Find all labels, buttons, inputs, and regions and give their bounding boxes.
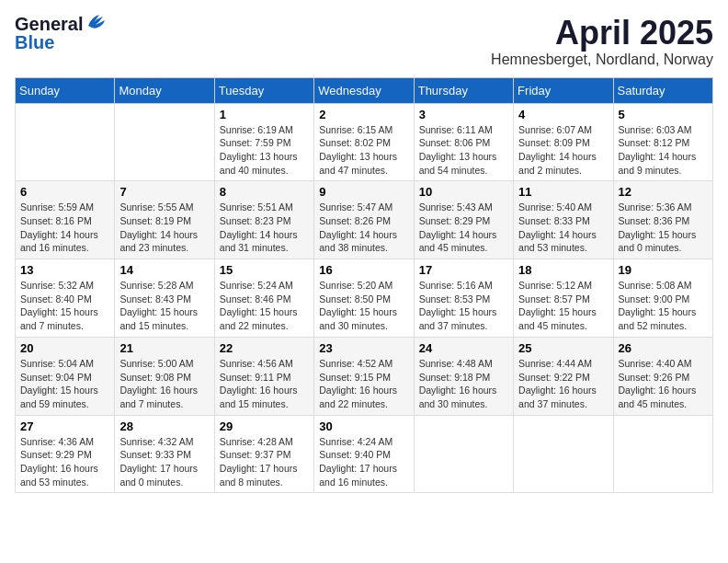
day-number: 5 (619, 108, 708, 121)
calendar-cell (514, 415, 613, 493)
month-title: April 2025 (491, 15, 713, 52)
calendar-cell: 18Sunrise: 5:12 AMSunset: 8:57 PMDayligh… (514, 259, 613, 338)
day-info: Sunrise: 4:24 AMSunset: 9:40 PMDaylight:… (319, 435, 408, 489)
day-number: 29 (220, 419, 309, 433)
day-number: 15 (220, 263, 309, 277)
day-number: 10 (419, 185, 508, 199)
day-info: Sunrise: 5:00 AMSunset: 9:08 PMDaylight:… (119, 357, 209, 411)
page-header: General Blue April 2025 Hemnesberget, No… (15, 15, 713, 68)
day-number: 11 (518, 185, 608, 199)
calendar-cell: 20Sunrise: 5:04 AMSunset: 9:04 PMDayligh… (16, 337, 115, 415)
calendar-cell: 27Sunrise: 4:36 AMSunset: 9:29 PMDayligh… (16, 415, 115, 493)
day-number: 26 (619, 341, 708, 355)
location-title: Hemnesberget, Nordland, Norway (491, 52, 713, 68)
day-number: 18 (518, 263, 608, 277)
day-info: Sunrise: 5:36 AMSunset: 8:36 PMDaylight:… (619, 201, 708, 255)
calendar-cell: 2Sunrise: 6:15 AMSunset: 8:02 PMDaylight… (314, 103, 414, 181)
title-section: April 2025 Hemnesberget, Nordland, Norwa… (491, 15, 713, 68)
weekday-header-saturday: Saturday (613, 77, 712, 103)
calendar-cell: 29Sunrise: 4:28 AMSunset: 9:37 PMDayligh… (214, 415, 313, 493)
calendar-cell: 23Sunrise: 4:52 AMSunset: 9:15 PMDayligh… (314, 337, 414, 415)
day-info: Sunrise: 4:52 AMSunset: 9:15 PMDaylight:… (319, 357, 408, 411)
day-number: 21 (119, 341, 209, 355)
weekday-header-sunday: Sunday (16, 77, 115, 103)
logo: General Blue (15, 15, 116, 55)
calendar-cell: 4Sunrise: 6:07 AMSunset: 8:09 PMDaylight… (514, 103, 613, 181)
calendar-cell: 17Sunrise: 5:16 AMSunset: 8:53 PMDayligh… (414, 259, 513, 338)
weekday-header-row: SundayMondayTuesdayWednesdayThursdayFrid… (16, 77, 713, 103)
day-info: Sunrise: 4:44 AMSunset: 9:22 PMDaylight:… (518, 357, 608, 411)
weekday-header-monday: Monday (115, 77, 214, 103)
calendar-week-row: 1Sunrise: 6:19 AMSunset: 7:59 PMDaylight… (16, 103, 713, 181)
calendar-week-row: 20Sunrise: 5:04 AMSunset: 9:04 PMDayligh… (16, 337, 713, 415)
day-number: 3 (419, 108, 508, 121)
day-number: 9 (319, 185, 408, 199)
day-info: Sunrise: 5:20 AMSunset: 8:50 PMDaylight:… (319, 279, 408, 333)
calendar-cell: 16Sunrise: 5:20 AMSunset: 8:50 PMDayligh… (314, 259, 414, 338)
calendar-cell: 14Sunrise: 5:28 AMSunset: 8:43 PMDayligh… (115, 259, 214, 338)
calendar-cell: 13Sunrise: 5:32 AMSunset: 8:40 PMDayligh… (16, 259, 115, 338)
day-number: 7 (119, 185, 209, 199)
day-number: 1 (220, 108, 309, 121)
day-number: 17 (419, 263, 508, 277)
day-info: Sunrise: 4:40 AMSunset: 9:26 PMDaylight:… (619, 357, 708, 411)
day-number: 8 (220, 185, 309, 199)
calendar-cell: 12Sunrise: 5:36 AMSunset: 8:36 PMDayligh… (613, 181, 712, 259)
calendar-cell: 3Sunrise: 6:11 AMSunset: 8:06 PMDaylight… (414, 103, 513, 181)
calendar-cell: 25Sunrise: 4:44 AMSunset: 9:22 PMDayligh… (514, 337, 613, 415)
calendar-cell: 8Sunrise: 5:51 AMSunset: 8:23 PMDaylight… (214, 181, 313, 259)
calendar-cell (414, 415, 513, 493)
day-info: Sunrise: 5:16 AMSunset: 8:53 PMDaylight:… (419, 279, 508, 333)
day-number: 14 (119, 263, 209, 277)
day-number: 22 (220, 341, 309, 355)
day-number: 24 (419, 341, 508, 355)
calendar-cell: 1Sunrise: 6:19 AMSunset: 7:59 PMDaylight… (214, 103, 313, 181)
day-number: 4 (518, 108, 608, 121)
day-info: Sunrise: 5:08 AMSunset: 9:00 PMDaylight:… (619, 279, 708, 333)
calendar-cell: 22Sunrise: 4:56 AMSunset: 9:11 PMDayligh… (214, 337, 313, 415)
calendar-cell (16, 103, 115, 181)
day-info: Sunrise: 6:11 AMSunset: 8:06 PMDaylight:… (419, 123, 508, 178)
day-info: Sunrise: 6:03 AMSunset: 8:12 PMDaylight:… (619, 123, 708, 178)
day-number: 27 (20, 419, 109, 433)
day-info: Sunrise: 5:24 AMSunset: 8:46 PMDaylight:… (220, 279, 309, 333)
day-info: Sunrise: 6:19 AMSunset: 7:59 PMDaylight:… (220, 123, 309, 178)
day-info: Sunrise: 5:51 AMSunset: 8:23 PMDaylight:… (220, 201, 309, 255)
calendar-week-row: 27Sunrise: 4:36 AMSunset: 9:29 PMDayligh… (16, 415, 713, 493)
calendar-cell: 30Sunrise: 4:24 AMSunset: 9:40 PMDayligh… (314, 415, 414, 493)
day-info: Sunrise: 5:47 AMSunset: 8:26 PMDaylight:… (319, 201, 408, 255)
logo-general-text: General (15, 15, 83, 33)
day-number: 25 (518, 341, 608, 355)
day-info: Sunrise: 4:36 AMSunset: 9:29 PMDaylight:… (20, 435, 109, 489)
calendar-table: SundayMondayTuesdayWednesdayThursdayFrid… (15, 77, 713, 494)
calendar-cell: 19Sunrise: 5:08 AMSunset: 9:00 PMDayligh… (613, 259, 712, 338)
weekday-header-friday: Friday (514, 77, 613, 103)
day-number: 20 (20, 341, 109, 355)
calendar-cell (613, 415, 712, 493)
day-number: 19 (619, 263, 708, 277)
day-number: 12 (619, 185, 708, 199)
day-number: 28 (119, 419, 209, 433)
calendar-week-row: 6Sunrise: 5:59 AMSunset: 8:16 PMDaylight… (16, 181, 713, 259)
calendar-cell: 24Sunrise: 4:48 AMSunset: 9:18 PMDayligh… (414, 337, 513, 415)
calendar-cell: 21Sunrise: 5:00 AMSunset: 9:08 PMDayligh… (115, 337, 214, 415)
day-number: 2 (319, 108, 408, 121)
weekday-header-tuesday: Tuesday (214, 77, 313, 103)
calendar-cell: 6Sunrise: 5:59 AMSunset: 8:16 PMDaylight… (16, 181, 115, 259)
weekday-header-thursday: Thursday (414, 77, 513, 103)
day-number: 13 (20, 263, 109, 277)
calendar-week-row: 13Sunrise: 5:32 AMSunset: 8:40 PMDayligh… (16, 259, 713, 338)
day-info: Sunrise: 5:40 AMSunset: 8:33 PMDaylight:… (518, 201, 608, 255)
day-info: Sunrise: 4:48 AMSunset: 9:18 PMDaylight:… (419, 357, 508, 411)
day-info: Sunrise: 5:59 AMSunset: 8:16 PMDaylight:… (20, 201, 109, 255)
day-info: Sunrise: 5:43 AMSunset: 8:29 PMDaylight:… (419, 201, 508, 255)
calendar-cell: 7Sunrise: 5:55 AMSunset: 8:19 PMDaylight… (115, 181, 214, 259)
calendar-cell: 5Sunrise: 6:03 AMSunset: 8:12 PMDaylight… (613, 103, 712, 181)
day-info: Sunrise: 5:28 AMSunset: 8:43 PMDaylight:… (119, 279, 209, 333)
day-info: Sunrise: 6:07 AMSunset: 8:09 PMDaylight:… (518, 123, 608, 178)
calendar-cell: 10Sunrise: 5:43 AMSunset: 8:29 PMDayligh… (414, 181, 513, 259)
logo-bird-icon (86, 13, 107, 29)
day-info: Sunrise: 5:55 AMSunset: 8:19 PMDaylight:… (119, 201, 209, 255)
day-info: Sunrise: 6:15 AMSunset: 8:02 PMDaylight:… (319, 123, 408, 178)
weekday-header-wednesday: Wednesday (314, 77, 414, 103)
